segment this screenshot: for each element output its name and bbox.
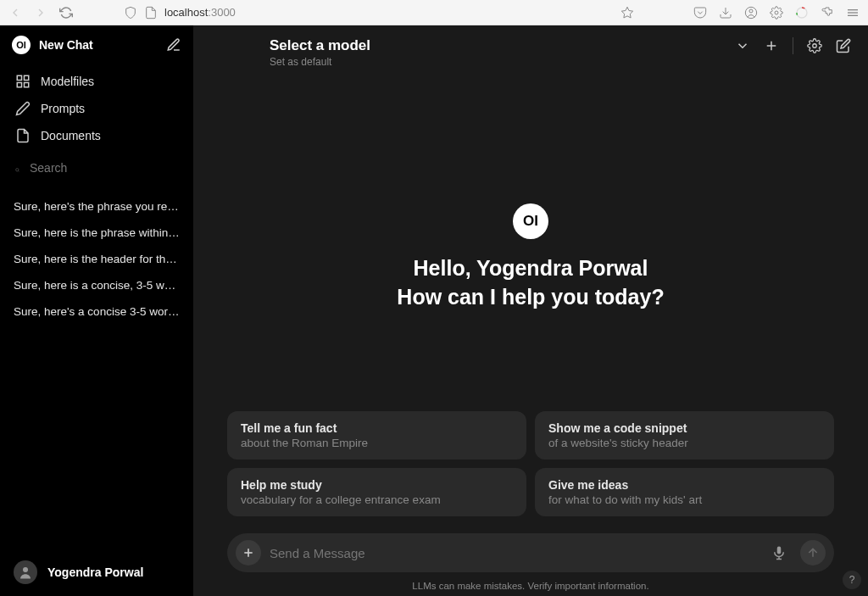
browser-url-bar[interactable]: localhost:3000: [115, 6, 643, 19]
pocket-icon[interactable]: [693, 6, 707, 19]
model-selector: Select a model Set as default: [270, 37, 723, 68]
svg-rect-9: [25, 75, 29, 80]
suggestion-card[interactable]: Show me a code snippet of a website's st…: [535, 411, 834, 460]
browser-toolbar: localhost:3000: [0, 0, 868, 25]
send-button[interactable]: [800, 540, 826, 565]
menu-icon[interactable]: [846, 6, 860, 19]
browser-nav: [8, 6, 73, 19]
attach-button[interactable]: [236, 540, 261, 565]
history-item[interactable]: Sure, here is a concise, 3-5 word p: [0, 272, 193, 298]
edit-icon[interactable]: [166, 37, 181, 53]
suggestion-title: Tell me a fun fact: [241, 421, 513, 435]
hero-logo-icon: OI: [513, 203, 548, 239]
avatar: [14, 560, 37, 584]
pencil-icon: [15, 101, 31, 116]
settings-icon[interactable]: [807, 38, 822, 53]
browser-back-icon[interactable]: [8, 6, 22, 19]
svg-rect-11: [17, 83, 21, 87]
help-button[interactable]: ?: [843, 571, 861, 589]
suggestion-card[interactable]: Tell me a fun fact about the Roman Empir…: [227, 411, 526, 460]
sidebar-item-prompts[interactable]: Prompts: [0, 95, 193, 122]
composer: [193, 526, 868, 577]
message-input[interactable]: [270, 546, 758, 560]
plus-icon[interactable]: [764, 38, 779, 53]
search-input[interactable]: [30, 161, 178, 175]
main: Select a model Set as default OI Hello, …: [193, 25, 868, 596]
suggestion-sub: of a website's sticky header: [548, 437, 821, 449]
svg-point-4: [797, 8, 807, 18]
history-item[interactable]: Sure, here is the phrase within the: [0, 220, 193, 246]
app: OI New Chat Modelfiles Prompts Documents…: [0, 25, 868, 596]
grid-icon: [15, 74, 31, 89]
svg-point-17: [813, 44, 817, 48]
compose-icon[interactable]: [836, 38, 851, 53]
sidebar-item-label: Modelfiles: [41, 75, 94, 88]
header-actions: [735, 37, 851, 54]
suggestions: Tell me a fun fact about the Roman Empir…: [193, 401, 868, 526]
suggestion-title: Help me study: [241, 478, 513, 492]
suggestion-title: Give me ideas: [548, 478, 821, 492]
browser-right-icons: [693, 6, 860, 19]
svg-point-2: [749, 9, 753, 13]
disclaimer: LLMs can make mistakes. Verify important…: [193, 577, 868, 596]
svg-point-3: [775, 11, 778, 14]
search-row[interactable]: [0, 153, 193, 183]
svg-point-14: [23, 567, 28, 572]
svg-rect-10: [25, 83, 29, 87]
page-icon: [144, 6, 158, 19]
account-icon[interactable]: [744, 6, 758, 19]
divider: [793, 37, 793, 54]
suggestion-sub: vocabulary for a college entrance exam: [241, 493, 513, 506]
suggestion-card[interactable]: Give me ideas for what to do with my kid…: [535, 468, 834, 516]
hero: OI Hello, Yogendra Porwal How can I help…: [193, 80, 868, 401]
history-item[interactable]: Sure, here is the header for the qu: [0, 246, 193, 272]
set-default-button[interactable]: Set as default: [270, 56, 723, 68]
svg-point-12: [16, 169, 19, 171]
suggestion-sub: for what to do with my kids' art: [548, 493, 821, 506]
suggestion-sub: about the Roman Empire: [241, 437, 513, 449]
chat-history: Sure, here's the phrase you requested Su…: [0, 183, 193, 335]
document-icon: [15, 128, 31, 143]
browser-url: localhost:3000: [164, 6, 236, 19]
main-header: Select a model Set as default: [193, 25, 868, 80]
gear-icon[interactable]: [770, 6, 783, 19]
user-name: Yogendra Porwal: [47, 565, 143, 579]
sidebar-item-documents[interactable]: Documents: [0, 122, 193, 149]
extensions-icon[interactable]: [821, 6, 834, 19]
svg-rect-8: [17, 75, 21, 80]
sidebar-nav: Modelfiles Prompts Documents: [0, 64, 193, 153]
mic-icon[interactable]: [766, 540, 792, 565]
sidebar-footer[interactable]: Yogendra Porwal: [0, 549, 193, 596]
composer-input[interactable]: [227, 533, 834, 572]
star-icon[interactable]: [620, 6, 634, 19]
logo-icon: OI: [12, 36, 31, 54]
svg-line-13: [18, 170, 19, 171]
sidebar-header[interactable]: OI New Chat: [0, 25, 193, 64]
suggestion-title: Show me a code snippet: [548, 421, 821, 435]
browser-reload-icon[interactable]: [59, 6, 73, 19]
shield-icon[interactable]: [124, 6, 137, 19]
sidebar-item-label: Documents: [41, 129, 101, 142]
history-item[interactable]: Sure, here's a concise 3-5 word pl: [0, 298, 193, 325]
model-title: Select a model: [270, 37, 723, 54]
sidebar-item-label: Prompts: [41, 102, 85, 115]
download-icon[interactable]: [719, 6, 732, 19]
new-chat-label: New Chat: [39, 38, 158, 52]
hero-title: Hello, Yogendra Porwal How can I help yo…: [397, 254, 664, 312]
sidebar-item-modelfiles[interactable]: Modelfiles: [0, 68, 193, 95]
browser-forward-icon[interactable]: [34, 6, 47, 19]
search-icon: [15, 161, 19, 175]
spinner-icon[interactable]: [795, 6, 809, 19]
svg-marker-0: [621, 7, 632, 18]
sidebar: OI New Chat Modelfiles Prompts Documents…: [0, 25, 193, 596]
history-item[interactable]: Sure, here's the phrase you requested: [0, 193, 193, 220]
suggestion-card[interactable]: Help me study vocabulary for a college e…: [227, 468, 526, 516]
chevron-down-icon[interactable]: [735, 38, 750, 53]
